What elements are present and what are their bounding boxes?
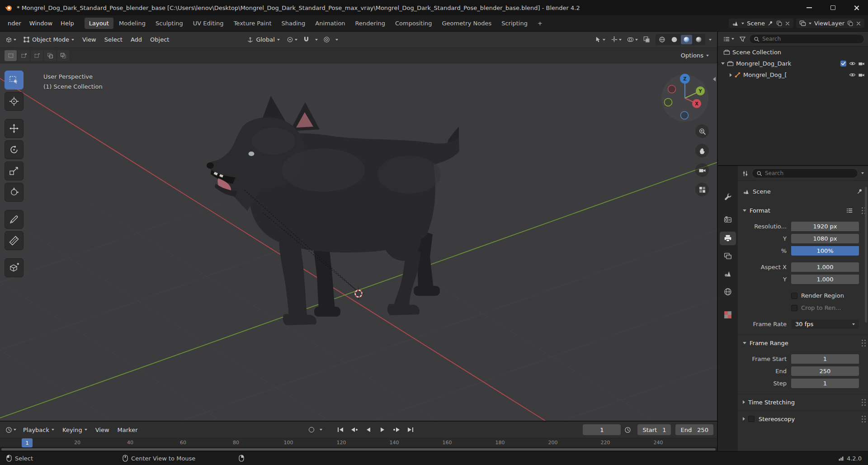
camera-view-button[interactable] — [695, 163, 709, 177]
format-panel-header[interactable]: Format — [738, 204, 868, 216]
shading-settings-dropdown[interactable] — [707, 37, 713, 43]
properties-search-input[interactable] — [765, 170, 854, 176]
outliner-search-input[interactable] — [762, 36, 860, 42]
tab-output-properties[interactable] — [720, 232, 736, 245]
shading-rendered-button[interactable] — [693, 35, 704, 44]
frame-end-field[interactable]: End 250 — [675, 424, 713, 435]
frame-start-field[interactable]: 1 — [791, 354, 859, 364]
aspect-x-field[interactable]: 1.000 — [791, 262, 859, 272]
stereoscopy-checkbox[interactable] — [748, 416, 755, 422]
pivot-point-dropdown[interactable] — [285, 34, 299, 45]
transform-orientation-dropdown[interactable]: Global — [244, 34, 283, 45]
menu-marker[interactable]: Marker — [114, 425, 141, 435]
tool-transform[interactable] — [5, 183, 24, 202]
menu-help[interactable]: Help — [57, 18, 78, 28]
filter-icon[interactable] — [739, 36, 746, 43]
tab-geometry-nodes[interactable]: Geometry Nodes — [438, 18, 496, 29]
frame-start-field[interactable]: Start 1 — [637, 424, 671, 435]
menu-select[interactable]: Select — [101, 34, 126, 45]
select-intersect-button[interactable] — [57, 50, 69, 61]
timeline-scrollbar[interactable] — [1, 448, 716, 451]
menu-object[interactable]: Object — [147, 34, 172, 45]
show-gizmo-toggle[interactable] — [609, 34, 623, 45]
remove-viewlayer-icon[interactable] — [856, 21, 861, 26]
tool-annotate[interactable] — [5, 210, 24, 229]
show-overlays-toggle[interactable] — [625, 34, 640, 45]
jump-to-start-button[interactable] — [334, 425, 346, 435]
eye-icon[interactable] — [849, 60, 856, 67]
menu-window[interactable]: Window — [25, 18, 57, 28]
pin-icon[interactable] — [768, 20, 774, 26]
shading-material-button[interactable] — [681, 35, 692, 44]
tab-sculpting[interactable]: Sculpting — [151, 18, 188, 29]
zoom-button[interactable] — [695, 124, 709, 138]
dog-model-3d[interactable] — [205, 94, 459, 332]
playhead[interactable]: 1 — [22, 438, 33, 447]
options-dropdown[interactable]: Options — [677, 50, 712, 61]
select-set-button[interactable] — [5, 50, 17, 61]
tab-shading[interactable]: Shading — [277, 18, 310, 29]
tab-viewlayer-properties[interactable] — [720, 249, 736, 263]
auto-keying-toggle[interactable] — [307, 425, 316, 434]
tab-scripting[interactable]: Scripting — [497, 18, 532, 29]
timeline-ruler[interactable]: 20 40 60 80 100 120 140 160 180 200 220 … — [0, 438, 717, 447]
panel-grip-icon[interactable] — [862, 210, 863, 211]
chevron-down-icon[interactable] — [861, 172, 864, 174]
outliner-row-object[interactable]: Mongrel_Dog_[ — [718, 69, 868, 81]
viewport-3d[interactable]: User Perspective (1) Scene Collection — [0, 63, 717, 421]
snap-settings-dropdown[interactable] — [313, 37, 320, 43]
camera-render-icon[interactable] — [858, 71, 865, 78]
maximize-button[interactable] — [821, 0, 844, 15]
camera-render-icon[interactable] — [858, 60, 865, 67]
menu-render[interactable]: nder — [4, 18, 25, 28]
play-reverse-button[interactable] — [362, 425, 374, 435]
frame-rate-dropdown[interactable]: 30 fps — [791, 319, 859, 329]
tab-rendering[interactable]: Rendering — [351, 18, 390, 29]
collection-checkbox-icon[interactable] — [840, 60, 847, 67]
properties-editor-icon[interactable] — [742, 170, 749, 177]
xray-toggle[interactable] — [642, 34, 652, 45]
navigation-gizmo[interactable]: Z Y X — [660, 73, 710, 123]
outliner-row-collection[interactable]: Mongrel_Dog_Dark — [718, 58, 868, 69]
tool-box-select[interactable] — [5, 71, 24, 90]
menu-view-timeline[interactable]: View — [92, 425, 113, 435]
stereoscopy-panel-header[interactable]: Stereoscopy — [738, 413, 868, 425]
ortho-toggle-button[interactable] — [695, 183, 709, 196]
resolution-pct-slider[interactable]: 100% — [791, 246, 859, 256]
tool-add-cube[interactable] — [5, 258, 24, 277]
tool-move[interactable] — [5, 119, 24, 138]
tab-render-properties[interactable] — [720, 213, 736, 226]
tool-cursor[interactable] — [5, 92, 24, 111]
tab-world-properties[interactable] — [720, 285, 736, 299]
tab-scene-properties[interactable] — [720, 267, 736, 280]
outliner-editor-type-button[interactable] — [722, 34, 736, 44]
tab-modeling[interactable]: Modeling — [114, 18, 150, 29]
tab-tool-properties[interactable] — [720, 190, 736, 204]
properties-search[interactable] — [752, 168, 858, 178]
panel-grip-icon[interactable] — [862, 418, 863, 420]
shading-solid-button[interactable] — [669, 35, 680, 44]
crop-checkbox[interactable] — [791, 305, 797, 311]
tool-scale[interactable] — [5, 161, 24, 180]
current-frame-field[interactable]: 1 — [583, 424, 621, 435]
tool-rotate[interactable] — [5, 140, 24, 159]
pin-icon[interactable] — [857, 188, 863, 195]
collapse-icon[interactable] — [730, 73, 732, 77]
tab-compositing[interactable]: Compositing — [391, 18, 437, 29]
viewlayer-selector[interactable]: ViewLayer — [796, 19, 864, 28]
eye-icon[interactable] — [849, 71, 856, 78]
resolution-y-field[interactable]: 1080 px — [791, 234, 859, 243]
tab-animation[interactable]: Animation — [311, 18, 349, 29]
axis-neg-x-ball[interactable] — [668, 85, 676, 93]
frame-range-panel-header[interactable]: Frame Range — [738, 337, 868, 349]
time-stretching-panel-header[interactable]: Time Stretching — [738, 396, 868, 408]
shading-wireframe-button[interactable] — [656, 35, 668, 44]
aspect-y-field[interactable]: 1.000 — [791, 275, 859, 284]
expand-icon[interactable] — [721, 62, 725, 65]
proportional-editing-toggle[interactable] — [321, 34, 332, 45]
outliner-row-scene-collection[interactable]: Scene Collection — [718, 47, 868, 58]
frame-step-field[interactable]: 1 — [791, 379, 859, 388]
editor-type-button[interactable] — [4, 34, 18, 45]
sidebar-collapse-arrow-icon[interactable] — [713, 77, 716, 81]
menu-keying[interactable]: Keying — [59, 425, 90, 435]
